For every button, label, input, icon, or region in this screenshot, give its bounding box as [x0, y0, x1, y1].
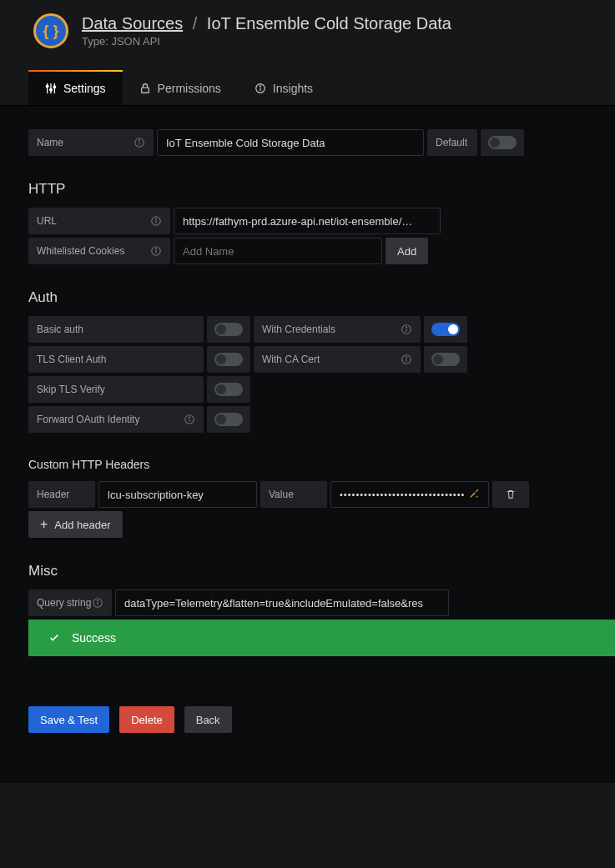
- tls-client-auth-label: TLS Client Auth: [28, 346, 204, 373]
- tls-client-auth-toggle[interactable]: [214, 353, 243, 366]
- header-value-masked[interactable]: •••••••••••••••••••••••••••••••: [330, 481, 489, 508]
- with-credentials-label: With Credentials: [254, 316, 421, 343]
- info-icon: [255, 83, 266, 94]
- url-label: URL: [28, 208, 170, 234]
- svg-point-12: [139, 140, 140, 141]
- check-icon: [48, 632, 60, 644]
- skip-tls-label: Skip TLS Verify: [28, 376, 204, 403]
- http-title: HTTP: [28, 181, 587, 198]
- datasource-logo: { }: [33, 13, 68, 48]
- misc-title: Misc: [28, 563, 587, 580]
- tab-permissions-label: Permissions: [158, 82, 221, 95]
- tab-insights-label: Insights: [273, 82, 313, 95]
- skip-tls-toggle[interactable]: [214, 383, 243, 396]
- header-value-label: Value: [260, 481, 327, 508]
- info-icon: [134, 137, 145, 148]
- breadcrumb-current: IoT Ensemble Cold Storage Data: [207, 14, 451, 33]
- tabs: Settings Permissions Insights: [0, 72, 615, 106]
- header-name-input[interactable]: [98, 481, 257, 508]
- cookies-input[interactable]: [174, 238, 382, 264]
- delete-header-button[interactable]: [492, 481, 529, 508]
- svg-point-27: [189, 417, 190, 418]
- default-label: Default: [427, 129, 477, 156]
- with-credentials-toggle[interactable]: [431, 323, 460, 336]
- tab-permissions[interactable]: Permissions: [123, 72, 238, 105]
- svg-point-18: [156, 248, 157, 249]
- with-ca-cert-label: With CA Cert: [254, 346, 421, 373]
- breadcrumb-subtype: Type: JSON API: [82, 35, 451, 48]
- lock-icon: [139, 83, 151, 94]
- url-input[interactable]: [174, 208, 441, 234]
- back-button[interactable]: Back: [184, 706, 232, 733]
- trash-icon: [505, 489, 517, 500]
- save-test-button[interactable]: Save & Test: [28, 706, 109, 733]
- svg-point-31: [98, 600, 98, 601]
- headers-title: Custom HTTP Headers: [28, 458, 587, 471]
- basic-auth-label: Basic auth: [28, 316, 204, 343]
- info-icon: [401, 324, 412, 335]
- tab-settings-label: Settings: [63, 82, 106, 95]
- info-icon: [401, 354, 412, 365]
- name-label: Name: [28, 129, 154, 156]
- svg-point-24: [406, 357, 407, 358]
- cookies-label: Whitelisted Cookies: [28, 238, 170, 264]
- delete-button[interactable]: Delete: [119, 706, 174, 733]
- info-icon: [150, 245, 162, 257]
- basic-auth-toggle[interactable]: [214, 323, 243, 336]
- header-name-label: Header: [28, 481, 95, 508]
- breadcrumb: Data Sources / IoT Ensemble Cold Storage…: [82, 14, 451, 48]
- page-header: { } Data Sources / IoT Ensemble Cold Sto…: [0, 0, 615, 57]
- svg-rect-6: [141, 88, 149, 93]
- configured-icon: [468, 488, 480, 502]
- breadcrumb-separator: /: [193, 14, 198, 33]
- query-string-input[interactable]: [115, 590, 449, 616]
- info-icon: [92, 597, 103, 609]
- with-ca-cert-toggle[interactable]: [431, 353, 460, 366]
- sliders-icon: [45, 83, 57, 94]
- add-header-button[interactable]: + Add header: [28, 511, 123, 538]
- query-string-label: Query string: [28, 590, 112, 616]
- add-cookie-button[interactable]: Add: [386, 238, 428, 264]
- svg-point-3: [46, 85, 48, 88]
- tab-insights[interactable]: Insights: [238, 72, 330, 105]
- info-icon: [150, 215, 162, 227]
- svg-point-28: [476, 495, 478, 497]
- forward-oauth-toggle[interactable]: [214, 413, 243, 426]
- info-icon: [184, 414, 195, 425]
- forward-oauth-label: Forward OAuth Identity: [28, 406, 204, 433]
- svg-point-4: [50, 88, 53, 91]
- auth-title: Auth: [28, 289, 587, 306]
- svg-point-5: [53, 86, 56, 88]
- svg-point-21: [406, 327, 407, 328]
- plus-icon: +: [40, 518, 48, 531]
- default-toggle[interactable]: [488, 136, 517, 149]
- breadcrumb-root-link[interactable]: Data Sources: [82, 14, 183, 33]
- name-input[interactable]: [157, 129, 424, 156]
- tab-settings[interactable]: Settings: [28, 70, 123, 105]
- success-alert: Success: [28, 620, 615, 656]
- svg-point-9: [260, 86, 260, 87]
- svg-point-15: [156, 218, 157, 219]
